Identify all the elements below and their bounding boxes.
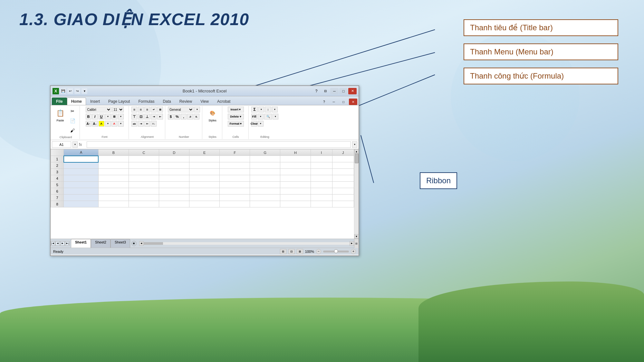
cell-j3[interactable] [332, 169, 354, 175]
cell-c1[interactable] [129, 156, 159, 162]
cell-b1[interactable] [98, 156, 129, 162]
tab-insert[interactable]: Insert [86, 98, 104, 105]
styles-button[interactable]: 🎨 Styles [206, 107, 219, 123]
scroll-down-button[interactable]: ▼ [354, 234, 359, 239]
cell-j5[interactable] [332, 182, 354, 188]
dropdown-qa-button[interactable]: ▾ [82, 88, 87, 94]
maximize-button[interactable]: □ [339, 88, 348, 94]
cell-j7[interactable] [332, 195, 354, 201]
vertical-scrollbar[interactable]: ▲ ▼ [354, 149, 359, 239]
cell-e4[interactable] [189, 175, 220, 182]
insert-button[interactable]: Insert ▾ [228, 107, 244, 112]
tab-review[interactable]: Review [175, 98, 196, 105]
cell-c4[interactable] [129, 175, 159, 182]
cut-button[interactable]: ✂ [67, 107, 78, 116]
scroll-thumb[interactable] [355, 154, 359, 163]
cell-j1[interactable] [332, 156, 354, 162]
cell-i7[interactable] [311, 195, 332, 201]
sheet-tab-2[interactable]: Sheet2 [91, 239, 111, 248]
valign-top-btn[interactable]: ⊤ [131, 114, 137, 119]
cell-h3[interactable] [280, 169, 311, 175]
scroll-up-button[interactable]: ▲ [354, 149, 359, 154]
cell-b4[interactable] [98, 175, 129, 182]
cell-i3[interactable] [311, 169, 332, 175]
hscroll-right-button[interactable]: ► [350, 241, 354, 246]
cell-c6[interactable] [129, 188, 159, 195]
cell-i8[interactable] [311, 201, 332, 207]
cell-a6[interactable] [64, 188, 99, 195]
sum-button[interactable]: Σ [251, 107, 258, 112]
tab-formulas[interactable]: Formulas [134, 98, 159, 105]
cell-h5[interactable] [280, 182, 311, 188]
cell-g2[interactable] [250, 162, 280, 169]
cell-d1[interactable] [159, 156, 189, 162]
orientation-btn[interactable]: ab [131, 121, 137, 127]
cell-a3[interactable] [64, 169, 99, 175]
cell-a4[interactable] [64, 175, 99, 182]
cell-f3[interactable] [220, 169, 250, 175]
fill-color-button[interactable]: A [99, 121, 104, 127]
format-painter-button[interactable]: 🖌 [67, 126, 78, 135]
underline-dropdown-button[interactable]: ▾ [105, 114, 111, 119]
cell-g4[interactable] [250, 175, 280, 182]
cell-d7[interactable] [159, 195, 189, 201]
cell-ref-dropdown[interactable]: ▾ [72, 141, 78, 148]
minimize-button[interactable]: ─ [330, 88, 339, 94]
collapse-icon[interactable]: ─ [330, 99, 338, 105]
cell-h7[interactable] [280, 195, 311, 201]
help-button[interactable]: ? [312, 88, 321, 94]
cell-g6[interactable] [250, 188, 280, 195]
cell-a2[interactable] [64, 162, 99, 169]
close-button[interactable]: ✕ [348, 88, 357, 94]
cell-j6[interactable] [332, 188, 354, 195]
zoom-slider[interactable] [323, 251, 349, 252]
zoom-in-button[interactable]: + [351, 249, 356, 254]
col-header-j[interactable]: J [332, 149, 354, 156]
redo-qa-button[interactable]: ↪ [74, 88, 80, 94]
format-button[interactable]: Format ▾ [228, 121, 244, 127]
scrollbar-resize-button[interactable]: ⊟ [354, 239, 359, 248]
font-color-dropdown-button[interactable]: ▾ [118, 121, 124, 127]
cell-c2[interactable] [129, 162, 159, 169]
cell-f6[interactable] [220, 188, 250, 195]
percent-btn[interactable]: % [174, 114, 180, 119]
sheet-tab-1[interactable]: Sheet1 [71, 239, 91, 248]
borders-button[interactable]: ⊞ [111, 114, 117, 119]
align-center-btn[interactable]: ≡ [138, 107, 144, 112]
formula-expand-button[interactable]: ▾ [352, 141, 357, 148]
cell-b6[interactable] [98, 188, 129, 195]
sheet-tab-3[interactable]: Sheet3 [111, 239, 130, 248]
indent-btn[interactable]: ⇥ [151, 114, 157, 119]
nav-first-button[interactable]: |◄ [51, 241, 55, 246]
cell-reference-box[interactable]: A1 [52, 141, 71, 148]
col-header-c[interactable]: C [129, 149, 159, 156]
sort-button[interactable]: ↕ [265, 107, 271, 112]
new-sheet-button[interactable]: ★ [131, 241, 137, 246]
cell-e7[interactable] [189, 195, 220, 201]
cell-j2[interactable] [332, 162, 354, 169]
cell-d2[interactable] [159, 162, 189, 169]
paste-button[interactable]: 📋 Paste [54, 107, 67, 123]
cell-g7[interactable] [250, 195, 280, 201]
nav-next-button[interactable]: ► [60, 241, 65, 246]
page-break-view-button[interactable]: ⊠ [297, 249, 303, 254]
wrap-text-btn[interactable]: ↵ [151, 107, 157, 112]
page-layout-view-button[interactable]: ⊟ [288, 249, 295, 254]
ribbon-close-icon[interactable]: ✕ [349, 99, 357, 105]
undo-qa-button[interactable]: ↩ [67, 88, 73, 94]
hscroll-track[interactable] [144, 242, 350, 245]
cell-b2[interactable] [98, 162, 129, 169]
sum-dropdown[interactable]: ▾ [258, 107, 264, 112]
cell-i6[interactable] [311, 188, 332, 195]
tab-page-layout[interactable]: Page Layout [104, 98, 134, 105]
indent2-btn[interactable]: ⇥ [138, 121, 144, 127]
cell-j8[interactable] [332, 201, 354, 207]
formula-input[interactable] [87, 141, 351, 148]
cell-g8[interactable] [250, 201, 280, 207]
cell-i2[interactable] [311, 162, 332, 169]
clear-dropdown[interactable]: ▾ [258, 121, 264, 127]
cell-f7[interactable] [220, 195, 250, 201]
tab-acrobat[interactable]: Acrobat [213, 98, 235, 105]
increase-decimal-btn[interactable]: .0 [187, 114, 193, 119]
underline-button[interactable]: U [99, 114, 104, 119]
